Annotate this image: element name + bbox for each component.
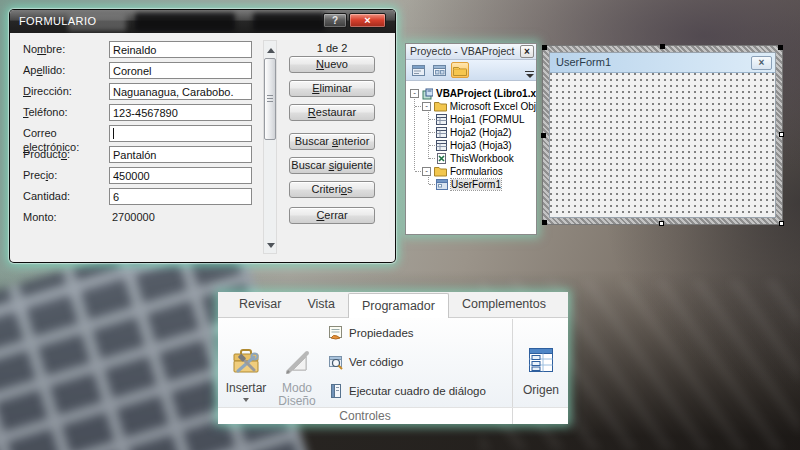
cerrar-button[interactable]: Cerrar <box>289 207 375 224</box>
project-explorer-title-bar[interactable]: Proyecto - VBAProject <box>406 44 536 60</box>
userform-title-bar[interactable]: UserForm1 <box>550 53 775 73</box>
selection-handle[interactable] <box>660 44 665 49</box>
criterios-button[interactable]: Criterios <box>289 181 375 198</box>
correo-field[interactable] <box>109 125 252 142</box>
tree-item-thisworkbook[interactable]: ThisWorkbook <box>406 152 536 165</box>
ver-codigo-button[interactable]: Ver código <box>328 352 403 372</box>
field-label-producto: Producto: <box>23 147 109 161</box>
view-code-icon <box>412 65 425 76</box>
selection-handle[interactable] <box>659 221 664 226</box>
tree-item-hoja2[interactable]: Hoja2 (Hoja2) <box>406 126 536 139</box>
userform-designer-frame: UserForm1 × <box>542 45 783 225</box>
direccion-field[interactable] <box>109 83 252 100</box>
close-icon[interactable]: × <box>520 45 534 58</box>
design-mode-icon <box>282 346 312 376</box>
selection-handle[interactable] <box>779 221 784 226</box>
apellido-field[interactable] <box>109 62 252 79</box>
toolbox-icon <box>231 346 261 376</box>
tab-vista[interactable]: Vista <box>294 292 348 317</box>
view-object-button[interactable] <box>430 62 448 78</box>
field-label-apellido: Apellido: <box>23 63 109 77</box>
tree-item-formularios[interactable]: - Formularios <box>406 165 536 178</box>
scrollbar-thumb[interactable] <box>264 58 276 140</box>
view-code-button[interactable] <box>409 62 427 78</box>
field-label-precio: Precio: <box>23 168 109 182</box>
formulario-dialog: FORMULARIO ? × Nombre: Apellido: Direcci… <box>10 10 395 262</box>
glass-blur-patch <box>135 13 235 31</box>
project-tree: - VBAProject (Libro1.x - Microsoft Excel… <box>406 81 536 234</box>
collapse-icon[interactable]: - <box>422 167 431 176</box>
tab-revisar[interactable]: Revisar <box>226 292 294 317</box>
origen-button[interactable]: Origen <box>518 346 564 397</box>
correo-field-wrap <box>109 125 252 142</box>
userform-grid-canvas[interactable] <box>550 73 775 217</box>
field-label-direccion: Dirección: <box>23 84 109 98</box>
buscar-anterior-button[interactable]: Buscar anterior <box>289 133 375 150</box>
sheet-icon <box>436 114 447 125</box>
tree-item-userform1[interactable]: UserForm1 <box>406 178 536 191</box>
field-label-cantidad: Cantidad: <box>23 189 109 203</box>
sheet-icon <box>436 127 447 138</box>
precio-field[interactable] <box>109 167 252 184</box>
overflow-bar <box>525 71 534 72</box>
sheet-icon <box>436 140 447 151</box>
buscar-siguiente-button[interactable]: Buscar siguiente <box>289 157 375 174</box>
scrollbar-down-icon[interactable] <box>267 243 275 248</box>
run-dialog-icon <box>328 383 344 399</box>
nombre-field[interactable] <box>109 41 252 58</box>
producto-field[interactable] <box>109 146 252 163</box>
ribbon-footer: Controles <box>218 407 568 424</box>
ejecutar-cuadro-dialogo-button[interactable]: Ejecutar cuadro de diálogo <box>328 381 486 401</box>
glass-blur-patch <box>253 13 325 31</box>
close-icon[interactable]: × <box>349 13 386 28</box>
project-explorer-panel: Proyecto - VBAProject × <box>405 43 537 235</box>
modo-diseno-button[interactable]: Modo Diseño <box>272 346 322 408</box>
selection-handle[interactable] <box>778 45 783 50</box>
tree-item-vbaproject[interactable]: - VBAProject (Libro1.x <box>406 87 536 100</box>
dialog-title-bar[interactable]: FORMULARIO ? × <box>10 10 395 33</box>
eliminar-button[interactable]: Eliminar <box>289 80 375 97</box>
toggle-folders-icon <box>453 65 467 76</box>
view-code-icon <box>328 354 344 370</box>
record-scrollbar[interactable] <box>263 40 277 254</box>
excel-ribbon: Revisar Vista Programador Complementos I… <box>218 292 568 424</box>
close-icon[interactable]: × <box>751 56 772 70</box>
collapse-icon[interactable]: - <box>410 89 419 98</box>
controles-group-label: Controles <box>218 408 512 424</box>
restaurar-button[interactable]: Restaurar <box>289 104 375 121</box>
insertar-button[interactable]: Insertar <box>222 346 270 402</box>
nuevo-button[interactable]: Nuevo <box>289 56 375 73</box>
telefono-field[interactable] <box>109 104 252 121</box>
help-button[interactable]: ? <box>323 13 347 28</box>
view-object-icon <box>433 65 446 76</box>
tree-item-hoja3[interactable]: Hoja3 (Hoja3) <box>406 139 536 152</box>
userform-window: UserForm1 × <box>549 52 776 218</box>
form-icon <box>436 179 448 190</box>
ribbon-body: Insertar Modo Diseño Propiedades <box>218 318 568 407</box>
ribbon-tab-bar: Revisar Vista Programador Complementos <box>218 292 568 318</box>
folder-icon <box>434 101 447 112</box>
selection-handle[interactable] <box>542 45 547 50</box>
scrollbar-up-icon[interactable] <box>267 48 275 53</box>
dialog-title: FORMULARIO <box>19 15 96 27</box>
toggle-folders-button[interactable] <box>451 62 469 78</box>
selection-handle[interactable] <box>779 132 784 137</box>
field-label-correo: Correo electrónico: <box>23 126 109 140</box>
table-source-icon <box>527 346 555 374</box>
tree-item-hoja1[interactable]: Hoja1 (FORMUL <box>406 113 536 126</box>
tree-item-excel-objects[interactable]: - Microsoft Excel Obj <box>406 100 536 113</box>
field-label-monto: Monto: <box>23 210 109 224</box>
cantidad-field[interactable] <box>109 188 252 205</box>
selection-handle[interactable] <box>541 133 546 138</box>
tab-complementos[interactable]: Complementos <box>449 292 559 317</box>
text-caret <box>113 128 114 139</box>
propiedades-button[interactable]: Propiedades <box>328 323 414 343</box>
toolbar-overflow-button[interactable] <box>525 71 534 78</box>
properties-icon <box>328 325 344 341</box>
tab-programador[interactable]: Programador <box>348 293 449 318</box>
field-label-nombre: Nombre: <box>23 42 109 56</box>
chevron-down-icon <box>526 74 534 78</box>
workbook-icon <box>436 153 447 164</box>
collapse-icon[interactable]: - <box>422 102 431 111</box>
selection-handle[interactable] <box>542 220 547 225</box>
